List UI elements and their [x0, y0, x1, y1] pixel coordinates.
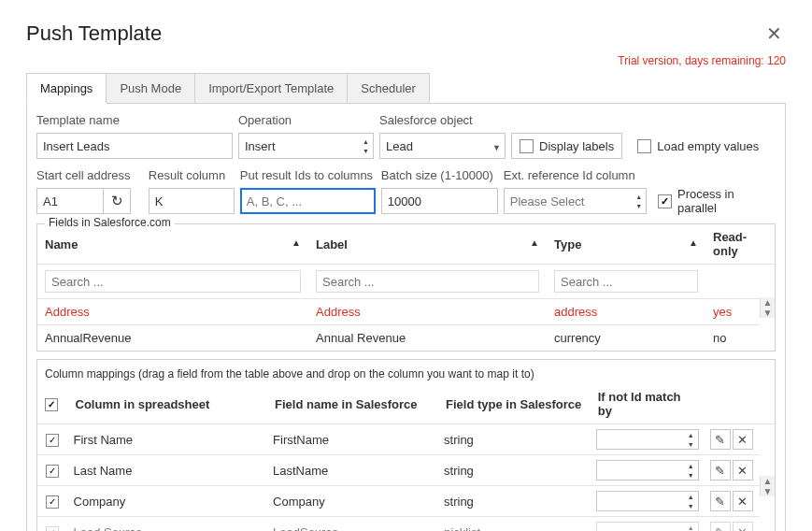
col-label[interactable]: Label▲ [308, 224, 547, 265]
tab-import-export[interactable]: Import/Export Template [194, 73, 348, 104]
refresh-icon[interactable]: ↻ [103, 188, 131, 214]
column-mappings-box: Column mappings (drag a field from the t… [36, 359, 776, 531]
sf-object-label: Salesforce object [379, 113, 506, 127]
field-readonly: yes [705, 299, 760, 325]
template-name-input[interactable] [36, 133, 233, 159]
row-checkbox[interactable] [46, 495, 59, 509]
hdr-type: Field type in Salesforce [438, 384, 591, 424]
col-name[interactable]: Name▲ [37, 224, 308, 265]
mappings-header-row: Column in spreadsheet Field name in Sale… [37, 384, 775, 424]
row-checkbox[interactable] [46, 526, 59, 531]
hdr-column: Column in spreadsheet [68, 384, 268, 424]
hdr-field: Field name in Salesforce [267, 384, 438, 424]
row-checkbox[interactable] [46, 434, 59, 447]
field-name: AnnualRevenue [37, 325, 308, 352]
col-type[interactable]: Type▲ [547, 224, 705, 265]
display-labels-checkbox[interactable] [520, 139, 534, 153]
sort-icon: ▲ [292, 237, 301, 248]
match-by-select[interactable] [596, 522, 699, 531]
close-icon[interactable]: ✕ [762, 19, 786, 49]
result-col-label: Result column [149, 168, 235, 182]
type-value: string [438, 455, 591, 486]
scrollbar[interactable]: ▲ ▼ [760, 297, 775, 318]
start-cell-input[interactable] [36, 188, 104, 214]
display-labels-label: Display labels [539, 139, 614, 153]
ext-ref-placeholder: Please Select [510, 194, 585, 208]
process-parallel-checkbox[interactable] [658, 194, 672, 208]
chevron-down-icon [492, 139, 501, 153]
type-value: string [438, 486, 591, 517]
start-cell-label: Start cell address [36, 168, 143, 182]
row-checkbox[interactable] [46, 465, 59, 478]
col-value: Lead Source [68, 517, 268, 532]
ext-ref-label: Ext. reference Id column [504, 168, 647, 182]
operation-label: Operation [238, 113, 374, 127]
remove-icon[interactable]: ✕ [733, 429, 753, 450]
template-name-label: Template name [36, 113, 233, 127]
chevron-updown-icon [363, 136, 369, 155]
remove-icon[interactable]: ✕ [733, 491, 753, 511]
tab-scheduler[interactable]: Scheduler [347, 73, 430, 104]
field-readonly: no [705, 325, 760, 352]
put-result-ids-input[interactable] [240, 188, 376, 214]
field-value: LeadSource [267, 517, 438, 532]
tab-mappings[interactable]: Mappings [26, 73, 107, 104]
scroll-up-icon[interactable]: ▲ [762, 476, 772, 486]
tab-bar: Mappings Push Mode Import/Export Templat… [26, 73, 786, 104]
col-value: Company [68, 486, 268, 517]
mapping-row: Company Company string ✎ ✕ [37, 486, 775, 517]
select-all-checkbox[interactable] [45, 398, 58, 411]
fields-header-row: Name▲ Label▲ Type▲ Read-only [37, 224, 775, 265]
scroll-down-icon[interactable]: ▼ [762, 486, 772, 496]
fields-in-salesforce-box: Fields in Salesforce.com Name▲ Label▲ Ty… [36, 223, 776, 352]
dialog-title: Push Template [26, 22, 162, 46]
trial-notice: Trial version, days remaining: 120 [26, 54, 786, 67]
field-value: Company [267, 486, 438, 517]
field-type: address [547, 299, 705, 325]
match-by-select[interactable] [596, 429, 699, 450]
scroll-up-icon[interactable]: ▲ [763, 297, 773, 308]
sf-object-value: Lead [386, 139, 413, 153]
search-label-input[interactable] [316, 270, 539, 293]
sort-icon: ▲ [689, 237, 698, 248]
result-col-input[interactable] [149, 188, 235, 214]
edit-icon[interactable]: ✎ [710, 491, 731, 511]
type-value: string [438, 424, 591, 455]
hdr-match: If not Id match by [591, 384, 705, 424]
col-readonly[interactable]: Read-only [705, 224, 760, 265]
field-value: FirstName [267, 424, 438, 455]
fields-search-row: ▲ ▼ [37, 265, 775, 299]
mapping-row: First Name FirstName string ✎ ✕ ▲ ▼ [37, 424, 775, 455]
chevron-updown-icon [635, 192, 642, 210]
load-empty-label: Load empty values [657, 139, 759, 153]
scrollbar[interactable]: ▲ ▼ [760, 476, 775, 496]
load-empty-checkbox[interactable] [637, 139, 651, 153]
match-by-select[interactable] [596, 491, 699, 511]
match-by-select[interactable] [596, 460, 699, 481]
sf-object-select[interactable]: Lead [379, 133, 506, 159]
remove-icon[interactable]: ✕ [733, 522, 753, 531]
put-result-ids-label: Put result Ids to columns [240, 168, 376, 182]
batch-size-input[interactable] [381, 188, 498, 214]
field-label: Annual Revenue [308, 325, 547, 352]
scroll-down-icon[interactable]: ▼ [763, 308, 773, 318]
search-name-input[interactable] [45, 270, 301, 293]
sort-icon: ▲ [530, 237, 539, 248]
operation-select[interactable]: Insert [238, 133, 374, 159]
edit-icon[interactable]: ✎ [710, 460, 731, 481]
table-row[interactable]: AnnualRevenue Annual Revenue currency no [37, 325, 775, 352]
operation-value: Insert [245, 139, 276, 153]
remove-icon[interactable]: ✕ [733, 460, 753, 481]
field-type: currency [547, 325, 705, 352]
field-value: LastName [267, 455, 438, 486]
ext-ref-select[interactable]: Please Select [504, 188, 647, 214]
mappings-panel: Template name Operation Insert Salesforc… [26, 103, 786, 531]
table-row[interactable]: Address Address address yes [37, 299, 775, 325]
field-name: Address [37, 299, 308, 325]
search-type-input[interactable] [554, 270, 698, 293]
tab-push-mode[interactable]: Push Mode [106, 73, 195, 104]
edit-icon[interactable]: ✎ [710, 522, 731, 531]
edit-icon[interactable]: ✎ [710, 429, 731, 450]
field-label: Address [308, 299, 547, 325]
col-value: First Name [68, 424, 268, 455]
